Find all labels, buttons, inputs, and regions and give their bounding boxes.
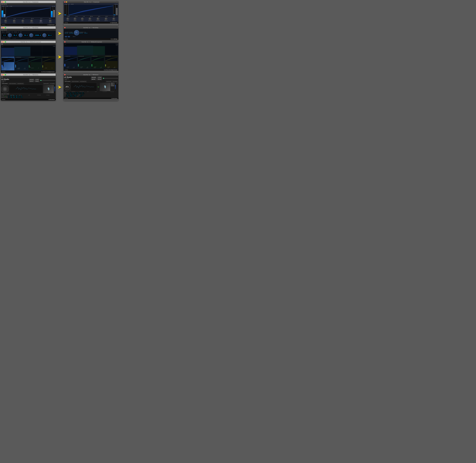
bypass-icon[interactable]: ◈ — [3, 3, 5, 5]
er-split-rear-r[interactable]: 0 ms — [79, 93, 82, 94]
lo-knob[interactable] — [19, 33, 22, 37]
release-knob-r[interactable] — [89, 18, 91, 20]
er-mix-main-r[interactable]: 50 % — [82, 92, 84, 93]
next-button[interactable]: next — [4, 93, 6, 94]
min-btn-d[interactable] — [3, 27, 4, 28]
store-button-r[interactable]: STORE — [97, 77, 102, 78]
power-rev[interactable]: ⏻ — [1, 76, 3, 78]
tab-time-domain[interactable]: time domain — [1, 83, 8, 84]
close-btn-d[interactable] — [1, 27, 3, 28]
makeup-knob[interactable] — [49, 20, 52, 22]
hi-value[interactable]: 15000.0 — [34, 34, 42, 36]
pre-delay-main-r[interactable]: 0 ms — [66, 92, 68, 93]
next-button-r[interactable]: NEXT — [111, 84, 115, 85]
close-btn-revr[interactable] — [64, 74, 65, 75]
store-button[interactable]: store — [35, 79, 39, 80]
lo-value[interactable]: 50.0 — [23, 34, 28, 36]
ratio-knob[interactable] — [4, 20, 7, 22]
gain-hi-r[interactable]: 0.0 dB — [73, 96, 76, 97]
close-btn-mbr[interactable] — [64, 41, 65, 43]
freq-hi-r[interactable]: 15000 Hz — [74, 95, 78, 96]
size-rear-r[interactable]: 100 % — [73, 93, 75, 94]
drymix-knob-r[interactable] — [113, 18, 115, 20]
min-btn-rev[interactable] — [3, 74, 4, 75]
tab-time-domain-r[interactable]: TIME DOMAIN — [64, 81, 71, 82]
lo-filter-toggle[interactable] — [65, 36, 67, 37]
ratio-knob-r[interactable] — [67, 18, 69, 20]
size-main-r[interactable]: 100 % — [72, 92, 75, 93]
power-icon-d[interactable]: ⏻ — [1, 29, 3, 31]
level-rear-r[interactable]: 0.0 dB — [76, 93, 79, 94]
time-scaling-rear-r[interactable]: 100 % — [70, 93, 72, 94]
close-button[interactable] — [1, 1, 3, 3]
size-rear-val[interactable]: 100 — [13, 97, 15, 98]
delay-value[interactable]: 1/1 — [2, 34, 7, 36]
rev-play-btn[interactable]: ▶ — [97, 83, 99, 91]
time-scaling-rear-val[interactable]: 100 — [10, 97, 12, 98]
analysis-knob-r[interactable] — [97, 18, 99, 20]
pre-delay-rear-val[interactable]: 0 — [8, 97, 9, 98]
hold-knob-r[interactable] — [81, 18, 84, 20]
max-btn-d[interactable] — [5, 27, 6, 28]
tab-pictures-r[interactable]: PICTURES — [112, 81, 118, 82]
er-mix-rear-r[interactable]: 50 % — [82, 93, 84, 94]
pre-delay-main-val[interactable]: 0 — [8, 95, 9, 97]
er-tail-split-main-val[interactable]: 35 — [18, 95, 20, 97]
close-btn-rev[interactable] — [1, 74, 3, 75]
tab-spectrogram[interactable]: spectrogram — [9, 83, 17, 84]
close-button-r1[interactable] — [64, 1, 65, 3]
time-scaling-main-r[interactable]: 100 % — [69, 92, 71, 93]
close-btn-mb[interactable] — [1, 41, 3, 43]
minimize-button-r1[interactable] — [66, 1, 67, 3]
tab-equalizer-r[interactable]: EQUALIZER — [106, 81, 112, 82]
hi-filter-toggle[interactable] — [68, 36, 70, 37]
min-btn-mb[interactable] — [3, 41, 4, 43]
tab-equalizer[interactable]: equalizer — [43, 83, 49, 84]
settings-icon-d[interactable]: ≡ — [5, 29, 7, 31]
minimize-button[interactable] — [3, 1, 4, 3]
gain-mid-r[interactable]: 0.0 dB — [70, 96, 73, 97]
analysis-knob[interactable] — [40, 20, 42, 22]
erase-button[interactable]: erase — [35, 80, 39, 82]
max-btn-mb[interactable] — [5, 41, 6, 43]
browse-button-r[interactable]: BROWSE — [91, 77, 97, 78]
attack-knob[interactable] — [13, 20, 16, 22]
gain-low-r[interactable]: 0.0 dB — [66, 96, 69, 97]
makeup-knob-r[interactable] — [105, 18, 107, 20]
power-mb[interactable]: ⏻ — [1, 43, 3, 45]
import-button-r[interactable]: IMPORT — [91, 78, 97, 80]
close-btn-dr[interactable] — [64, 27, 65, 28]
max-btn-rev[interactable] — [5, 74, 6, 75]
feedback-knob[interactable] — [8, 33, 12, 37]
freq-low-r[interactable]: 100 Hz — [66, 95, 69, 96]
size-main-val[interactable]: 100 — [13, 95, 15, 97]
tab-information-r[interactable]: INFORMATION — [79, 81, 87, 82]
power-icon[interactable]: ⏻ — [1, 3, 3, 5]
attack-knob-r[interactable] — [74, 18, 76, 20]
browse-button[interactable]: browse — [29, 79, 34, 80]
delay-main-knob-r[interactable]: 1/1 — [74, 30, 79, 35]
feedback-value[interactable]: 50.0 — [13, 34, 18, 36]
rw-icon-d[interactable]: ◁◁ — [3, 29, 5, 31]
play-circle-icon[interactable]: ▶ — [97, 86, 99, 88]
erase-button-r[interactable]: ERASE — [97, 78, 102, 80]
freq-mid-r[interactable]: 1000 Hz — [70, 95, 73, 96]
mix-value[interactable]: 50.0 — [47, 34, 52, 36]
maximize-button[interactable] — [5, 1, 6, 3]
remove-button-r[interactable]: REMOVE — [111, 85, 115, 86]
add-button[interactable]: add — [1, 93, 3, 94]
level-rear-val[interactable]: 100 — [15, 97, 18, 98]
level-main-val[interactable]: 100 — [15, 95, 18, 97]
time-scaling-main-val[interactable]: 100 — [10, 95, 12, 97]
mix-val-r[interactable]: 100 % — [79, 96, 82, 97]
hi-knob[interactable] — [29, 33, 33, 37]
hold-knob[interactable] — [22, 20, 24, 22]
release-knob[interactable] — [30, 20, 33, 22]
out-val-r[interactable]: 0.0 dB — [80, 95, 84, 96]
er-tail-ms-rear-val[interactable]: 50 — [21, 97, 23, 98]
pre-delay-rear-r[interactable]: 0 ms — [67, 93, 69, 94]
tab-pictures[interactable]: pictures — [49, 83, 55, 84]
mix-knob[interactable] — [43, 33, 46, 37]
level-main-r[interactable]: 0.0 dB — [75, 92, 78, 93]
tab-spectrogram-r[interactable]: SPECTROGRAM — [71, 81, 79, 82]
